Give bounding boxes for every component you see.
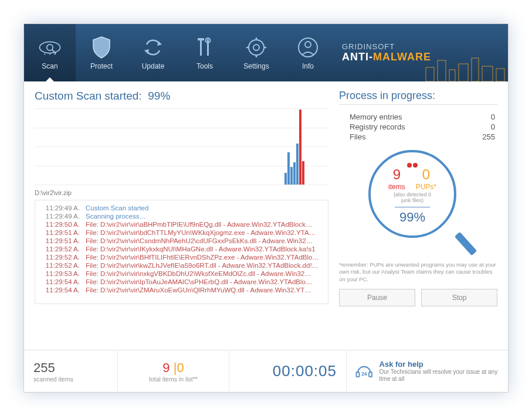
brand: GRIDINSOFT ANTI-MALWARE: [334, 24, 508, 81]
svg-rect-9: [198, 38, 204, 40]
magnifier-handle-icon: [455, 232, 477, 256]
junk-note: (also detected 0junk files): [394, 192, 431, 204]
left-pane: Custom Scan started: 99% D:\vir2\vir.zip…: [35, 90, 328, 350]
log-row: 11:29:53 A.File: D:\vir2\vir\vir\nxkgVBK…: [38, 270, 326, 278]
log-row: 11:29:54 A.File: D:\vir2\vir\vir\IpToAuJ…: [38, 278, 326, 286]
nav-settings-label: Settings: [243, 62, 269, 70]
nav-protect[interactable]: Protect: [76, 24, 127, 81]
log-row: 11:29:52 A.File: D:\vir2\vir\vir\kwZLhJV…: [38, 261, 326, 270]
progress-pct: 99%: [395, 207, 430, 225]
log-row: 11:29:52 A.File: D:\vir2\vir\vir\IKykxkq…: [38, 245, 326, 253]
log-row: 11:29:54 A.File: D:\vir2\vir\vir\ZMAruXo…: [38, 286, 326, 294]
nav-bar: Scan Protect Update Tools: [24, 24, 334, 81]
pups-count: 0: [416, 166, 436, 183]
svg-point-12: [249, 40, 264, 55]
total-cell: 9 |0 total items in list**: [118, 350, 229, 392]
nav-scan-label: Scan: [42, 62, 57, 70]
svg-point-0: [40, 42, 60, 53]
timer-cell: 00:00:05: [229, 350, 347, 392]
nav-update[interactable]: Update: [127, 24, 179, 81]
footer: 255 scanned items 9 |0 total items in li…: [24, 350, 508, 392]
shield-icon: [89, 35, 114, 60]
svg-text:24: 24: [361, 370, 367, 376]
right-pane: Process in progress: Memory entries0 Reg…: [339, 90, 497, 350]
scan-chart: [35, 108, 328, 185]
tools-icon: [192, 35, 217, 60]
svg-rect-20: [426, 67, 434, 81]
nav-tools[interactable]: Tools: [179, 24, 231, 81]
scan-icon: [38, 35, 62, 60]
svg-rect-24: [472, 58, 479, 81]
svg-rect-25: [482, 66, 493, 81]
headset-icon: 24: [355, 360, 374, 383]
svg-rect-22: [449, 70, 455, 81]
svg-rect-23: [459, 64, 468, 81]
scan-title: Custom Scan started: 99%: [35, 90, 328, 103]
help-title: Ask for help: [379, 360, 500, 369]
svg-rect-8: [200, 39, 202, 56]
stat-memory: Memory entries0: [339, 112, 497, 122]
help-subtitle: Our Technicians will resolve your issue …: [379, 369, 500, 383]
svg-rect-21: [438, 60, 446, 81]
timer: 00:00:05: [273, 362, 337, 380]
header: Scan Protect Update Tools: [24, 24, 508, 81]
scanned-count: 255: [33, 360, 108, 376]
threat-dots-icon: [407, 163, 418, 168]
items-count: 9: [388, 166, 405, 183]
svg-point-5: [55, 53, 56, 54]
svg-rect-10: [207, 39, 209, 56]
stat-registry: Registry records0: [339, 122, 497, 132]
stat-files: Files255: [339, 132, 497, 142]
app-window: Scan Protect Update Tools: [23, 23, 509, 393]
progress-title: Process in progress:: [339, 90, 497, 105]
nav-tools-label: Tools: [196, 62, 213, 70]
city-graphic-icon: [420, 52, 508, 81]
log-row: 11:29:49 A.Scanning process…: [38, 212, 326, 220]
total-count: 9 |0: [162, 360, 184, 376]
pup-footnote: *remember: PUPs are unwanted programs yo…: [339, 261, 497, 283]
brand-top: GRIDINSOFT: [342, 42, 500, 51]
pause-button[interactable]: Pause: [339, 289, 415, 306]
nav-scan[interactable]: Scan: [24, 24, 76, 81]
log-row: 11:29:49 A.Custom Scan started: [38, 204, 326, 212]
svg-rect-26: [496, 69, 504, 81]
help-cell[interactable]: 24 Ask for help Our Technicians will res…: [347, 350, 508, 392]
content: Custom Scan started: 99% D:\vir2\vir.zip…: [24, 81, 508, 350]
log-row: 11:29:51 A.File: D:\vir2\vir\vir\CsndmNh…: [38, 237, 326, 245]
nav-info[interactable]: Info: [282, 24, 334, 81]
stop-button[interactable]: Stop: [421, 289, 497, 306]
scan-log[interactable]: 11:29:49 A.Custom Scan started11:29:49 A…: [35, 200, 328, 304]
scanned-cell: 255 scanned items: [24, 350, 118, 392]
svg-point-3: [44, 53, 45, 54]
gear-icon: [244, 35, 269, 60]
nav-update-label: Update: [142, 62, 165, 70]
magnifier-widget: 9 items 0 PUPs* (also detected 0junk fil…: [368, 150, 468, 250]
svg-point-4: [49, 53, 50, 54]
user-icon: [296, 35, 320, 60]
current-file: D:\vir2\vir.zip: [35, 189, 328, 196]
log-row: 11:29:50 A.File: D:\vir2\vir\vir\aBHPmbT…: [38, 220, 326, 229]
log-row: 11:29:52 A.File: D:\vir2\vir\vir\BHfTILI…: [38, 253, 326, 261]
svg-point-19: [305, 42, 311, 47]
log-row: 11:29:51 A.File: D:\vir2\vir\vir\bdChTTL…: [38, 229, 326, 237]
svg-point-13: [253, 45, 259, 50]
nav-info-label: Info: [302, 62, 314, 70]
refresh-icon: [141, 35, 165, 60]
nav-settings[interactable]: Settings: [231, 24, 282, 81]
nav-protect-label: Protect: [90, 62, 113, 70]
